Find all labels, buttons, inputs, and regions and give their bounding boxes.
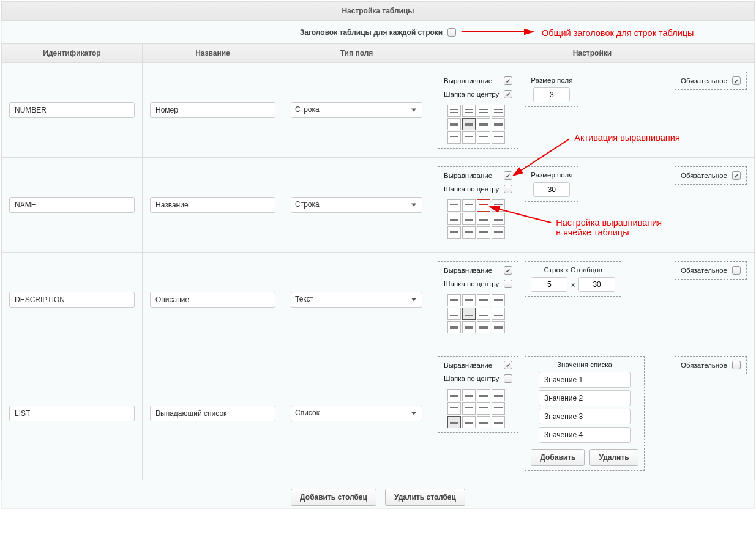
align-option-mid-justify[interactable] [492, 213, 505, 225]
align-option-top-justify[interactable] [492, 389, 505, 401]
align-option-top-left[interactable] [447, 294, 461, 306]
align-option-top-right[interactable] [477, 105, 490, 117]
rows-cols-box: Строк х Столбцовх [525, 261, 621, 297]
header-center-checkbox[interactable] [504, 280, 512, 288]
align-option-bot-right[interactable] [477, 131, 490, 144]
alignment-checkbox[interactable] [504, 76, 512, 85]
header-center-checkbox[interactable] [504, 185, 512, 193]
identifier-input[interactable] [9, 102, 135, 118]
identifier-input[interactable] [9, 292, 135, 308]
align-option-bot-center[interactable] [462, 131, 476, 144]
align-option-mid-right[interactable] [477, 213, 490, 225]
required-box: Обязательное [675, 261, 747, 280]
align-option-top-justify[interactable] [492, 294, 505, 306]
cols-input[interactable] [578, 277, 615, 292]
list-delete-button[interactable]: Удалить [589, 449, 638, 466]
align-option-mid-right[interactable] [477, 402, 490, 415]
align-option-top-justify[interactable] [492, 105, 505, 117]
field-size-input[interactable] [533, 182, 570, 197]
identifier-input[interactable] [9, 406, 135, 421]
header-center-checkbox[interactable] [504, 90, 512, 98]
align-option-bot-left[interactable] [447, 321, 461, 333]
required-checkbox[interactable] [732, 266, 741, 275]
alignment-box: ВыравниваниеШапка по центру [438, 261, 518, 338]
align-option-bot-center[interactable] [462, 226, 476, 239]
align-option-bot-justify[interactable] [492, 416, 505, 428]
table-row: ТекстВыравниваниеШапка по центруСтрок х … [2, 253, 755, 347]
name-input[interactable] [150, 406, 275, 421]
align-option-bot-right[interactable] [477, 416, 490, 428]
align-option-bot-justify[interactable] [492, 226, 505, 239]
align-option-center-middle[interactable] [462, 402, 476, 415]
identifier-input[interactable] [9, 197, 135, 213]
alignment-checkbox[interactable] [504, 266, 512, 275]
alignment-checkbox[interactable] [504, 171, 512, 180]
col-name-header: Название [143, 44, 283, 63]
field-size-input[interactable] [533, 87, 570, 102]
alignment-checkbox[interactable] [504, 361, 512, 369]
align-option-top-left[interactable] [447, 105, 461, 117]
align-option-top-center[interactable] [462, 199, 476, 212]
required-label: Обязательное [681, 77, 727, 84]
align-option-top-center[interactable] [462, 105, 476, 117]
align-option-mid-left[interactable] [447, 402, 461, 415]
align-option-center-middle[interactable] [462, 213, 476, 225]
align-option-mid-justify[interactable] [492, 118, 505, 130]
align-option-bot-right[interactable] [477, 321, 490, 333]
align-option-bot-left[interactable] [447, 131, 461, 144]
list-add-button[interactable]: Добавить [531, 449, 585, 466]
name-input[interactable] [150, 102, 275, 118]
align-option-top-right[interactable] [477, 294, 490, 306]
rows-input[interactable] [531, 277, 567, 292]
align-option-bot-center[interactable] [462, 416, 476, 428]
field-type-select[interactable]: Текст [291, 292, 422, 308]
align-option-mid-justify[interactable] [492, 402, 505, 415]
align-option-top-right[interactable] [477, 389, 490, 401]
list-values-box: Значения спискаЗначение 1Значение 2Значе… [525, 356, 644, 471]
align-option-top-center[interactable] [462, 294, 476, 306]
align-option-bot-right[interactable] [477, 226, 490, 239]
align-option-bot-justify[interactable] [492, 321, 505, 333]
name-input[interactable] [150, 292, 275, 308]
align-option-bot-justify[interactable] [492, 131, 505, 144]
align-option-top-left[interactable] [447, 199, 461, 212]
list-values-label: Значения списка [557, 361, 612, 368]
align-option-mid-left[interactable] [447, 213, 461, 225]
required-checkbox[interactable] [732, 171, 741, 180]
align-option-top-right[interactable] [477, 199, 490, 212]
list-value-item[interactable]: Значение 2 [539, 390, 631, 406]
col-type-header: Тип поля [283, 44, 430, 63]
align-option-mid-right[interactable] [477, 118, 490, 130]
header-per-row-checkbox[interactable] [447, 28, 456, 37]
required-checkbox[interactable] [732, 361, 741, 369]
list-value-item[interactable]: Значение 1 [539, 372, 631, 388]
name-input[interactable] [150, 197, 275, 213]
align-option-mid-justify[interactable] [492, 308, 505, 320]
required-checkbox[interactable] [732, 76, 741, 85]
add-column-button[interactable]: Добавить столбец [291, 489, 376, 506]
align-option-top-center[interactable] [462, 389, 476, 401]
field-size-label: Размер поля [531, 171, 572, 179]
align-option-mid-left[interactable] [447, 118, 461, 130]
alignment-box: ВыравниваниеШапка по центру [438, 72, 518, 149]
list-value-item[interactable]: Значение 3 [539, 409, 631, 424]
align-option-center-middle[interactable] [462, 308, 476, 320]
header-center-checkbox[interactable] [504, 374, 512, 383]
alignment-box: ВыравниваниеШапка по центру [438, 166, 518, 243]
align-option-bot-left[interactable] [447, 416, 461, 428]
align-option-top-justify[interactable] [492, 199, 505, 212]
align-option-top-left[interactable] [447, 389, 461, 401]
required-box: Обязательное [675, 166, 747, 185]
align-option-mid-right[interactable] [477, 308, 490, 320]
field-type-select[interactable]: Список [291, 406, 422, 421]
header-per-row-label: Заголовок таблицы для каждой строки [300, 28, 443, 37]
delete-column-button[interactable]: Удалить столбец [385, 489, 465, 506]
table-row: СтрокаВыравниваниеШапка по центруРазмер … [2, 63, 755, 158]
align-option-mid-left[interactable] [447, 308, 461, 320]
field-type-select[interactable]: Строка [291, 197, 422, 213]
align-option-bot-left[interactable] [447, 226, 461, 239]
list-value-item[interactable]: Значение 4 [539, 427, 631, 443]
align-option-center-middle[interactable] [462, 118, 476, 130]
align-option-bot-center[interactable] [462, 321, 476, 333]
field-type-select[interactable]: Строка [291, 102, 422, 118]
